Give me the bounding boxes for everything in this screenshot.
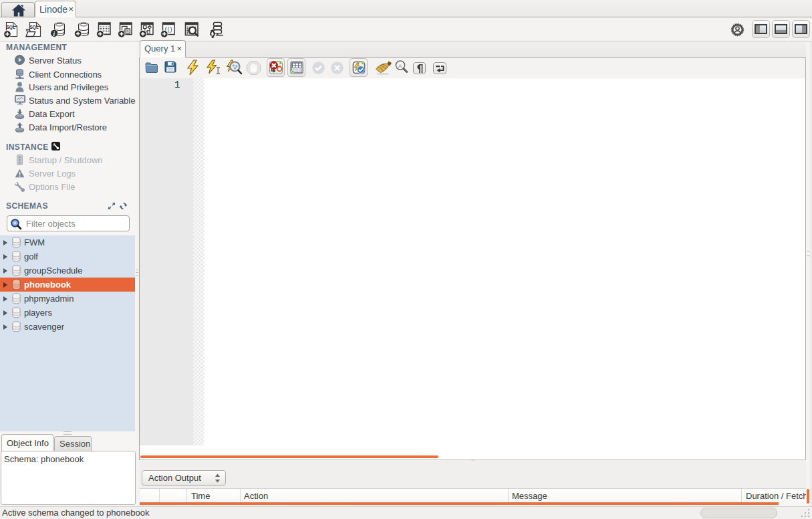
svg-text:A: A [398, 62, 403, 70]
svg-text:i: i [53, 31, 55, 37]
svg-text:(: ( [168, 26, 170, 33]
svg-text:): ) [170, 26, 172, 33]
svg-text:SQL: SQL [7, 25, 15, 30]
svg-text:SQL: SQL [30, 25, 39, 30]
